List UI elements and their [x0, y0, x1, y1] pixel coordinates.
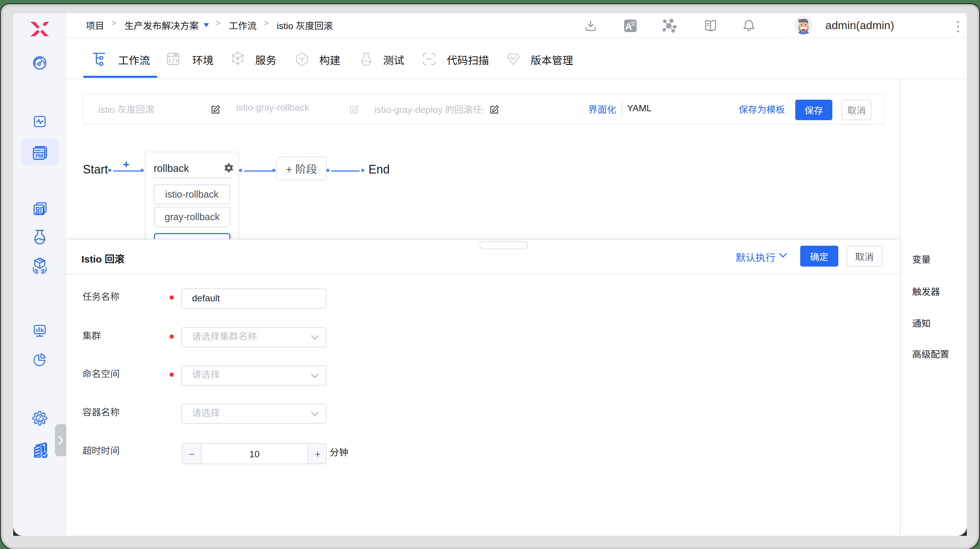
svg-text:PM: PM: [35, 153, 43, 159]
svg-text:文: 文: [630, 21, 636, 27]
svg-text:Z: Z: [37, 414, 42, 423]
